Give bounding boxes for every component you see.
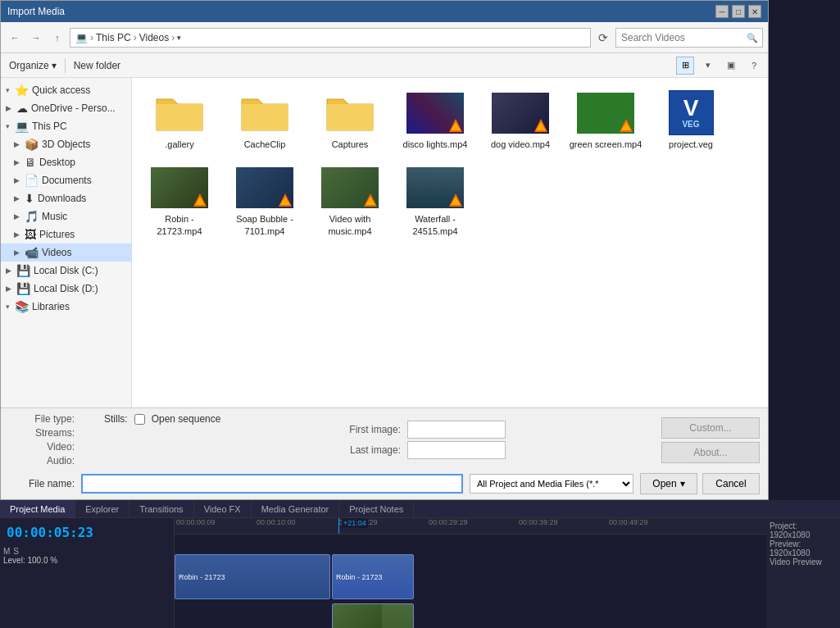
- libraries-arrow: ▾: [6, 303, 10, 311]
- sidebar-item-libraries[interactable]: ▾ 📚 Libraries: [1, 298, 131, 316]
- sidebar-scroll: ▾ ⭐ Quick access ▶ ☁ OneDrive - Perso...…: [1, 78, 131, 319]
- sidebar-item-downloads[interactable]: ▶ ⬇ Downloads: [1, 189, 131, 207]
- file-label: disco lights.mp4: [403, 139, 468, 150]
- clip-2[interactable]: Robin - 21723: [332, 554, 414, 599]
- close-button[interactable]: ✕: [748, 5, 761, 18]
- track-row: M S: [3, 547, 170, 556]
- refresh-button[interactable]: ⟳: [594, 29, 612, 47]
- search-wrapper: 🔍: [615, 28, 763, 48]
- tab-video-fx[interactable]: Video FX: [194, 500, 252, 517]
- sidebar-item-3d-objects[interactable]: ▶ 📦 3D Objects: [1, 135, 131, 153]
- filename-input[interactable]: [81, 474, 463, 494]
- file-label: CacheClip: [244, 139, 286, 150]
- back-button[interactable]: ←: [6, 29, 24, 47]
- toolbar: Organize ▾ New folder ⊞ ▾ ▣ ?: [1, 53, 768, 78]
- first-image-input[interactable]: [407, 421, 506, 439]
- open-button[interactable]: Open ▾: [640, 473, 697, 494]
- up-button[interactable]: ↑: [48, 29, 66, 47]
- m-button[interactable]: M: [3, 547, 10, 556]
- list-item[interactable]: V VEG project.veg: [650, 84, 732, 156]
- list-item[interactable]: Robin - 21723.mp4: [138, 159, 220, 243]
- sidebar-item-videos[interactable]: ▶ 📹 Videos: [1, 243, 131, 262]
- minimize-button[interactable]: ─: [715, 5, 729, 18]
- sidebar-item-documents[interactable]: ▶ 📄 Documents: [1, 171, 131, 189]
- daw-content: 00:00:05:23 M S Level: 100.0 % 00:00:00:…: [0, 518, 840, 628]
- preview-info: Preview: 1920x1080: [770, 539, 837, 557]
- new-folder-button[interactable]: New folder: [70, 58, 124, 73]
- file-type-label: File type:: [9, 413, 75, 425]
- last-image-input[interactable]: [407, 441, 506, 459]
- project-info: Project: 1920x1080: [770, 521, 837, 539]
- open-sequence-label: Open sequence: [152, 413, 221, 425]
- tab-project-notes[interactable]: Project Notes: [339, 500, 414, 517]
- tab-media-generator[interactable]: Media Generator: [252, 500, 340, 517]
- ruler-mark-3: 00:00:29:29: [429, 518, 468, 526]
- list-item[interactable]: Video with music.mp4: [309, 159, 391, 243]
- help-button[interactable]: ?: [745, 57, 763, 75]
- veg-file-icon: V VEG: [662, 90, 720, 135]
- list-item[interactable]: .gallery: [138, 84, 220, 156]
- preview-pane-button[interactable]: ▣: [722, 57, 740, 75]
- address-path[interactable]: 💻 › This PC › Videos › ▾: [70, 28, 591, 48]
- address-bar: ← → ↑ 💻 › This PC › Videos › ▾ ⟳ 🔍: [1, 22, 768, 53]
- list-item[interactable]: Waterfall - 24515.mp4: [394, 159, 476, 243]
- tab-explorer[interactable]: Explorer: [75, 500, 129, 517]
- tab-transitions[interactable]: Transitions: [129, 500, 193, 517]
- list-item[interactable]: green screen.mp4: [565, 84, 647, 156]
- local-d-arrow: ▶: [6, 284, 11, 293]
- music-arrow: ▶: [14, 212, 20, 221]
- clip-1-label: Robin - 21723: [175, 573, 229, 581]
- sidebar-label-music: Music: [42, 211, 67, 222]
- cancel-button[interactable]: Cancel: [702, 473, 760, 494]
- sidebar-item-quick-access[interactable]: ▾ ⭐ Quick access: [1, 81, 131, 99]
- custom-button[interactable]: Custom...: [661, 417, 760, 439]
- sidebar-label-onedrive: OneDrive - Perso...: [31, 102, 116, 114]
- daw-tabs: Project Media Explorer Transitions Video…: [0, 500, 840, 518]
- timeline-area[interactable]: 00:00:00:09 00:00:10:00 00:00:19:29 00:0…: [175, 518, 766, 628]
- sidebar-item-this-pc[interactable]: ▾ 💻 This PC: [1, 117, 131, 135]
- sidebar-item-onedrive[interactable]: ▶ ☁ OneDrive - Perso...: [1, 99, 131, 117]
- form-area: File type: Stills: Open sequence Streams…: [1, 407, 768, 499]
- view-button[interactable]: ⊞: [676, 57, 694, 75]
- sidebar-item-music[interactable]: ▶ 🎵 Music: [1, 207, 131, 225]
- open-label: Open: [652, 478, 676, 489]
- file-grid: .gallery CacheClip: [132, 78, 768, 407]
- forward-button[interactable]: →: [27, 29, 45, 47]
- sidebar-item-pictures[interactable]: ▶ 🖼 Pictures: [1, 225, 131, 243]
- title-bar: Import Media ─ □ ✕: [1, 1, 768, 22]
- video-label: Video:: [9, 441, 75, 453]
- daw-area: Project Media Explorer Transitions Video…: [0, 500, 840, 628]
- s-button[interactable]: S: [13, 547, 19, 556]
- right-buttons: Custom... About...: [661, 417, 760, 463]
- tab-project-media[interactable]: Project Media: [0, 500, 75, 517]
- view-chevron-button[interactable]: ▾: [699, 57, 717, 75]
- timeline-clip-area: Robin - 21723 Robin - 21723: [175, 535, 766, 628]
- sidebar-label-pictures: Pictures: [39, 229, 75, 240]
- list-item[interactable]: CacheClip: [224, 84, 306, 156]
- file-label: dog video.mp4: [491, 139, 550, 150]
- preview-label: Preview:: [770, 539, 801, 548]
- file-info-row: File type: Stills: Open sequence Streams…: [9, 413, 760, 466]
- search-input[interactable]: [615, 28, 763, 48]
- open-sequence-checkbox[interactable]: [134, 414, 145, 425]
- clip-1[interactable]: Robin - 21723: [175, 554, 330, 599]
- sidebar-item-local-d[interactable]: ▶ 💾 Local Disk (D:): [1, 280, 131, 298]
- list-item[interactable]: disco lights.mp4: [394, 84, 476, 156]
- desktop-arrow: ▶: [14, 158, 20, 166]
- sidebar-label-this-pc: This PC: [32, 121, 67, 132]
- list-item[interactable]: Soap Bubble - 7101.mp4: [224, 159, 306, 243]
- filetype-select[interactable]: All Project and Media Files (*.*: [470, 474, 633, 494]
- maximize-button[interactable]: □: [732, 5, 745, 18]
- organize-button[interactable]: Organize ▾: [6, 58, 60, 73]
- sidebar-label-local-d: Local Disk (D:): [34, 283, 98, 294]
- path-chevron: ▾: [177, 34, 181, 42]
- clip-3[interactable]: [332, 603, 414, 628]
- sidebar-label-documents: Documents: [42, 175, 92, 186]
- sidebar-item-desktop[interactable]: ▶ 🖥 Desktop: [1, 153, 131, 171]
- sidebar-item-local-c[interactable]: ▶ 💾 Local Disk (C:): [1, 262, 131, 280]
- about-button[interactable]: About...: [661, 442, 760, 463]
- video-thumb-waterfall: [406, 165, 464, 210]
- list-item[interactable]: Captures: [309, 84, 391, 156]
- project-value: 1920x1080: [770, 530, 810, 539]
- list-item[interactable]: dog video.mp4: [479, 84, 561, 156]
